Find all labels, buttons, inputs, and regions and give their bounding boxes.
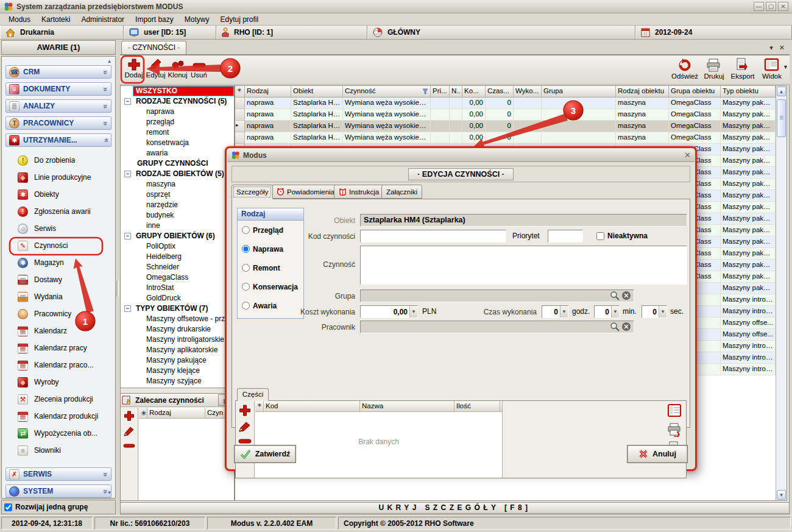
tree-item-konsetrwacja[interactable]: konsetrwacja xyxy=(121,138,234,148)
column-header-rodzaj[interactable]: Rodzaj xyxy=(245,86,291,97)
tab-czynnosci[interactable]: · CZYNNOŚCI · xyxy=(121,41,186,54)
czas-godz-combo[interactable]: 0▼ xyxy=(542,305,568,318)
edit-button[interactable]: Edytuj xyxy=(145,57,166,79)
tree-item-maszyny-offsetowe-przyg[interactable]: Maszyny offsetowe - przyg xyxy=(121,314,234,324)
tree-item-wszystko[interactable]: WSZYSTKO xyxy=(133,86,234,96)
company-segment[interactable]: RHO [ID: 1] xyxy=(216,26,367,39)
collapse-expander-icon[interactable]: − xyxy=(124,171,131,177)
sidebar-item-serwis[interactable]: ○Serwis xyxy=(2,220,115,237)
sidebar-item-kalendarz-praco[interactable]: ▦Kalendarz praco... xyxy=(2,356,115,374)
parts-print-icon[interactable] xyxy=(667,422,682,437)
czas-sec-combo[interactable]: 0▼ xyxy=(642,305,667,318)
menu-item-import-bazy[interactable]: Import bazy xyxy=(130,14,179,25)
dropdown-icon[interactable]: ▼ xyxy=(409,306,417,317)
sidebar-item-kalendarz-pracy[interactable]: ▦Kalendarz pracy xyxy=(2,339,115,356)
column-header-ko[interactable]: Ko... xyxy=(462,86,486,97)
tree-group-rodzaje-czynnosci-5[interactable]: −RODZAJE CZYNNOŚCI (5) xyxy=(121,96,234,107)
sidebar-group-pracownicy[interactable]: TPRACOWNICY» xyxy=(5,116,111,130)
column-header-grupa-obiektu[interactable]: Grupa obiektu xyxy=(669,86,721,97)
sidebar-item-wydania[interactable]: ▥Wydania xyxy=(2,288,115,305)
sidebar-item-wypozyczenia-ob[interactable]: ⇄Wypożyczenia ob... xyxy=(2,425,115,442)
filter-funnel-icon[interactable] xyxy=(422,88,428,94)
pracownik-clear-icon[interactable] xyxy=(621,322,631,332)
tab-instrukcja[interactable]: Instrukcja xyxy=(334,185,384,199)
koszt-combo[interactable]: 0,00▼ xyxy=(360,305,418,318)
sidebar-item-wyroby[interactable]: ◆Wyroby xyxy=(2,374,115,391)
confirm-button[interactable]: Zatwierdź xyxy=(234,445,296,463)
tree-group-rodzaje-obiektow-5[interactable]: −RODZAJE OBIEKTÓW (5) xyxy=(121,169,234,179)
menu-item-administrator[interactable]: Administrator xyxy=(76,14,129,25)
tree-item-maszyny-szyjace[interactable]: Maszyny szyjące xyxy=(121,376,234,386)
sidebar-item-kalendarz[interactable]: ▦Kalendarz xyxy=(2,322,115,339)
sidebar-group-analizy[interactable]: ≣ANALIZY» xyxy=(5,99,111,113)
column-header-obiekt[interactable]: Obiekt xyxy=(291,86,343,97)
edit-part-icon[interactable] xyxy=(238,421,252,433)
tree-item-maszyny-drukarskie[interactable]: Maszyny drukarskie xyxy=(121,324,234,335)
tree-item-maszyny-pakujace[interactable]: Maszyny pakujące xyxy=(121,355,234,366)
tree-item-naprawa[interactable]: naprawa xyxy=(121,107,234,117)
close-button[interactable]: ✕ xyxy=(778,2,788,11)
column-header-czynnosc[interactable]: Czynność xyxy=(343,86,431,97)
menu-item-kartoteki[interactable]: Kartoteki xyxy=(37,14,75,25)
column-header-rodzaj-obiektu[interactable]: Rodzaj obiektu xyxy=(616,86,669,97)
grupa-input[interactable] xyxy=(360,289,634,302)
sidebar-item-do-zrobienia[interactable]: !Do zrobienia xyxy=(2,152,115,169)
sidebar-item-magazyn[interactable]: ✱Magazyn xyxy=(2,254,115,271)
tab-czesci[interactable]: Części xyxy=(237,388,269,401)
collapse-expander-icon[interactable]: − xyxy=(124,305,131,312)
pracownik-input[interactable] xyxy=(360,321,634,333)
grupa-search-icon[interactable] xyxy=(610,291,620,300)
cancel-button[interactable]: Anuluj xyxy=(627,445,688,463)
edit-recommended-icon[interactable] xyxy=(123,427,135,437)
dropdown-icon[interactable]: ▼ xyxy=(611,306,619,317)
add-recommended-icon[interactable] xyxy=(123,411,135,421)
delete-recommended-icon[interactable] xyxy=(123,442,135,450)
czas-min-combo[interactable]: 0▼ xyxy=(594,305,620,318)
column-header-typ-obiektu[interactable]: Typ obiektu xyxy=(721,86,776,97)
parts-view-icon[interactable] xyxy=(667,403,682,418)
tab-close-icon[interactable]: ✕ xyxy=(779,44,785,52)
column-header-czas[interactable]: Czas... xyxy=(486,86,514,97)
tree-item-remont[interactable]: remont xyxy=(121,127,234,138)
sidebar-item-obiekty[interactable]: ✱Obiekty xyxy=(2,186,115,203)
export-button[interactable]: Eksport xyxy=(729,58,756,80)
sidebar-item-kalendarz-produkcji[interactable]: ▦Kalendarz produkcji xyxy=(2,408,115,425)
dropdown-icon[interactable]: ▼ xyxy=(659,306,666,317)
parts-column-ilosc[interactable]: Ilość xyxy=(454,401,500,411)
tab-szczegoly[interactable]: Szczegóły xyxy=(232,185,273,199)
czynnosc-textarea[interactable] xyxy=(360,246,687,285)
column-header-pri[interactable]: Pri... xyxy=(431,86,450,97)
sidebar-group-system[interactable]: SYSTEM» xyxy=(5,484,111,498)
table-row[interactable]: ▸naprawaSztaplarka HM3Wymiana węża wysok… xyxy=(235,121,787,132)
sidebar-scroll-up-icon[interactable]: ▲ xyxy=(105,58,113,65)
toolbar-more-dropdown-icon[interactable]: ▼ xyxy=(783,64,788,70)
expand-one-group-checkbox[interactable] xyxy=(4,503,12,511)
radio-naprawa[interactable] xyxy=(242,245,250,253)
tree-item-maszyny-introligatorskie[interactable]: Maszyny introligatorskie xyxy=(121,335,234,345)
tree-item-budynek[interactable]: budynek xyxy=(121,210,234,221)
tree-item-introstat[interactable]: IntroStat xyxy=(121,283,234,293)
sidebar-group-serwis[interactable]: ✗SERWIS» xyxy=(5,467,111,481)
add-part-icon[interactable] xyxy=(238,405,252,416)
tab-list-dropdown-icon[interactable]: ▾ xyxy=(769,44,773,52)
tree-item-osprzet[interactable]: osprzęt xyxy=(121,190,234,200)
tree-item-narzedzie[interactable]: narzędzie xyxy=(121,200,234,210)
date-segment[interactable]: 2012-09-24 xyxy=(635,26,792,39)
tree-item-maszyny-aplikatorskie[interactable]: Maszyny aplikatorskie xyxy=(121,345,234,355)
tree-item-omegaclass[interactable]: OmegaClass xyxy=(121,272,234,283)
tab-powiadomienia[interactable]: Powiadomienia xyxy=(272,185,339,199)
tree-group-grupy-czynnosci[interactable]: GRUPY CZYNNOŚCI xyxy=(121,158,234,169)
collapse-expander-icon[interactable]: − xyxy=(124,233,131,239)
nieaktywna-checkbox[interactable] xyxy=(596,232,604,240)
menu-item-modus[interactable]: Modus xyxy=(4,14,35,25)
sidebar-item-zgloszenia-awarii[interactable]: !Zgłoszenia awarii xyxy=(2,203,115,220)
table-row[interactable]: naprawaSztaplarka HM1Wymiana węża wysoki… xyxy=(235,98,787,109)
minimize-button[interactable]: — xyxy=(754,2,764,11)
add-button[interactable]: Dodaj xyxy=(123,57,144,79)
table-row[interactable]: naprawaSztaplarka HM4Wymiana węża wysoki… xyxy=(235,132,787,144)
sidebar-group-utrzymanie[interactable]: ✱UTRZYMANIE...» xyxy=(5,133,111,147)
clone-button[interactable]: Klonuj xyxy=(167,57,188,79)
tree-group-grupy-obiektow-6[interactable]: −GRUPY OBIEKTÓW (6) xyxy=(121,231,234,241)
tree-item-schneider[interactable]: Schneider xyxy=(121,262,234,272)
tree-item-maszyna[interactable]: maszyna xyxy=(121,179,234,190)
